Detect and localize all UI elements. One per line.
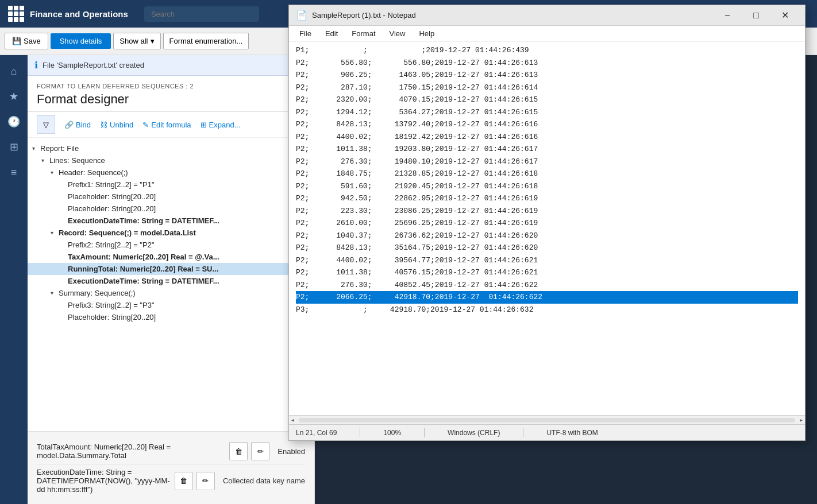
sidebar-workspace-button[interactable]: ⊞ <box>2 135 25 158</box>
notepad-lines: P1; ; ;2019-12-27 01:44:26:439P2; 556.80… <box>289 55 805 318</box>
edit-action-button[interactable]: ✏ <box>251 442 269 460</box>
expand-label: Expand... <box>209 121 241 129</box>
sidebar-favorites-button[interactable]: ★ <box>2 85 25 108</box>
encoding: UTF-8 with BOM <box>546 429 598 437</box>
show-details-button[interactable]: Show details <box>51 33 111 49</box>
notepad-line: P2; 2320.00; 4070.15;2019-12-27 01:44:26… <box>296 94 798 106</box>
tree-node-label: Summary: Sequence(;) <box>59 289 310 297</box>
tree-arrow-icon <box>51 230 59 236</box>
hscroll-left-arrow[interactable]: ◂ <box>289 417 296 423</box>
app-grid-button[interactable] <box>7 5 25 23</box>
filter-button[interactable]: ▽ <box>37 115 55 134</box>
bottom-row-text: TotalTaxAmount: Numeric[20..20] Real = m… <box>37 443 229 460</box>
app-title: Finance and Operations <box>30 9 128 19</box>
pencil-icon: ✎ <box>142 121 149 129</box>
delete-action-button[interactable]: 🗑 <box>175 472 193 490</box>
hscroll-track[interactable] <box>299 418 795 422</box>
tree-node-label: Placeholder: String[20..20] <box>68 313 310 321</box>
link-icon: 🔗 <box>64 121 74 129</box>
notepad-line: P2; 2066.25; 42918.70;2019-12-27 01:44:2… <box>296 291 798 304</box>
cursor-position: Ln 21, Col 69 <box>296 429 337 437</box>
info-icon: ℹ <box>34 60 38 71</box>
tree-node-label: Header: Sequence(;) <box>59 168 310 177</box>
notepad-hscrollbar[interactable]: ◂ ▸ <box>289 415 805 424</box>
expand-button[interactable]: ⊞ Expand... <box>201 118 241 131</box>
app-container: Finance and Operations 💾 Save Show detai… <box>0 0 817 504</box>
notepad-content[interactable]: P1; ; ;2019-12-27 01:44:26:439P2; 556.80… <box>289 55 805 415</box>
grid-icon <box>8 6 24 22</box>
unbind-button[interactable]: ⛓ Unbind <box>100 118 133 131</box>
sidebar-home-button[interactable]: ⌂ <box>2 60 25 83</box>
sidebar-recent-button[interactable]: 🕐 <box>2 110 25 133</box>
format-label: FORMAT TO LEARN DEFERRED SEQUENCES : 2 <box>37 83 305 90</box>
notepad-line: P3; ; 42918.70;2019-12-27 01:44:26:632 <box>296 304 798 316</box>
tree-row[interactable]: Lines: Sequence <box>28 154 314 166</box>
notepad-line: P2; 8428.13; 13792.40;2019-12-27 01:44:2… <box>296 118 798 131</box>
tree-row[interactable]: ExecutionDateTime: String = DATETIMEF... <box>28 275 314 287</box>
sidebar-list-button[interactable]: ≡ <box>2 161 25 184</box>
tree-node-label: Prefix3: String[2..2] = "P3" <box>68 301 310 309</box>
status-separator-1 <box>360 428 360 437</box>
tree-arrow-icon <box>32 145 40 152</box>
tree-node-label: Prefix2: String[2..2] = "P2" <box>68 241 310 249</box>
tree-row[interactable]: Placeholder: String[20..20] <box>28 311 314 323</box>
status-separator-3 <box>523 428 523 437</box>
bind-label: Bind <box>76 121 91 129</box>
left-panel: ℹ File 'SampleReport.txt' created FORMAT… <box>28 55 315 504</box>
tree-row[interactable]: Prefix3: String[2..2] = "P3" <box>28 299 314 311</box>
notepad-line: P2; 4400.02; 18192.42;2019-12-27 01:44:2… <box>296 131 798 144</box>
notepad-line: P2; 1294.12; 5364.27;2019-12-27 01:44:26… <box>296 106 798 119</box>
tree-node-label: ExecutionDateTime: String = DATETIMEF... <box>68 216 310 225</box>
edit-action-button[interactable]: ✏ <box>196 472 215 490</box>
tree-row[interactable]: RunningTotal: Numeric[20..20] Real = SU.… <box>28 263 314 275</box>
notepad-line: P2; 591.60; 21920.45;2019-12-27 01:44:26… <box>296 180 798 193</box>
notepad-line: P2; 1011.38; 40576.15;2019-12-27 01:44:2… <box>296 266 798 279</box>
notepad-statusbar: Ln 21, Col 69 100% Windows (CRLF) UTF-8 … <box>289 424 805 440</box>
edit-formula-button[interactable]: ✎ Edit formula <box>142 118 191 131</box>
show-all-button[interactable]: Show all ▾ <box>113 33 160 49</box>
tree-node-label: TaxAmount: Numeric[20..20] Real = @.Va..… <box>68 253 310 261</box>
tree-row[interactable]: Record: Sequence(;) = model.Data.List <box>28 227 314 239</box>
hscroll-right-arrow[interactable]: ▸ <box>797 417 805 423</box>
format-enum-button[interactable]: Format enumeration... <box>163 33 249 49</box>
format-toolbar: ▽ 🔗 Bind ⛓ Unbind ✎ Edit formula ⊞ Expan… <box>28 112 314 138</box>
show-all-label: Show all <box>120 37 148 45</box>
tree-node-label: ExecutionDateTime: String = DATETIMEF... <box>68 277 310 285</box>
line-ending: Windows (CRLF) <box>448 429 500 437</box>
unlink-icon: ⛓ <box>100 121 107 129</box>
status-separator-2 <box>424 428 425 437</box>
tree-row[interactable]: ExecutionDateTime: String = DATETIMEF... <box>28 215 314 227</box>
notepad-line: P2; 276.30; 19480.10;2019-12-27 01:44:26… <box>296 156 798 168</box>
tree-row[interactable]: Summary: Sequence(;) <box>28 287 314 299</box>
tree-row[interactable]: TaxAmount: Numeric[20..20] Real = @.Va..… <box>28 251 314 263</box>
action-label: Collected data key name <box>223 476 305 485</box>
tree-row[interactable]: Placeholder: String[20..20] <box>28 191 314 203</box>
tree-row[interactable]: Placeholder: String[20..20] <box>28 203 314 215</box>
tree-node-label: Prefix1: String[2..2] = "P1" <box>68 180 310 189</box>
save-button[interactable]: 💾 Save <box>5 33 48 49</box>
tree-node-label: Placeholder: String[20..20] <box>68 204 310 213</box>
notepad-line: P2; 942.50; 22862.95;2019-12-27 01:44:26… <box>296 192 798 205</box>
notepad-line: P2; 1011.38; 19203.80;2019-12-27 01:44:2… <box>296 143 798 156</box>
bottom-row-text: ExecutionDateTime: String = DATETIMEFORM… <box>37 468 175 494</box>
bind-button[interactable]: 🔗 Bind <box>64 118 91 131</box>
expand-icon: ⊞ <box>201 121 207 129</box>
content-area: ⌂ ★ 🕐 ⊞ ≡ ℹ File 'SampleReport.txt' crea… <box>0 55 817 504</box>
notepad-line: P2; 556.80; 556.80;2019-12-27 01:44:26:6… <box>296 57 798 69</box>
notepad-line: P2; 276.30; 40852.45;2019-12-27 01:44:26… <box>296 279 798 292</box>
bottom-panel-row: TotalTaxAmount: Numeric[20..20] Real = m… <box>37 439 305 464</box>
bottom-panel-row: ExecutionDateTime: String = DATETIMEFORM… <box>37 464 305 497</box>
notepad-line: P2; 8428.13; 35164.75;2019-12-27 01:44:2… <box>296 242 798 254</box>
tree-arrow-icon <box>41 157 49 164</box>
tree-row[interactable]: Report: File <box>28 142 314 154</box>
tree-row[interactable]: Prefix2: String[2..2] = "P2" <box>28 239 314 251</box>
delete-action-button[interactable]: 🗑 <box>229 442 248 460</box>
search-input[interactable] <box>144 6 259 22</box>
tree-arrow-icon <box>51 290 59 296</box>
notepad-line: P2; 1040.37; 26736.62;2019-12-27 01:44:2… <box>296 230 798 242</box>
save-label: Save <box>24 37 41 45</box>
notepad-line: P2; 4400.02; 39564.77;2019-12-27 01:44:2… <box>296 254 798 267</box>
tree-row[interactable]: Header: Sequence(;) <box>28 166 314 179</box>
format-tree: Report: FileLines: SequenceHeader: Seque… <box>28 138 314 431</box>
tree-row[interactable]: Prefix1: String[2..2] = "P1" <box>28 179 314 191</box>
